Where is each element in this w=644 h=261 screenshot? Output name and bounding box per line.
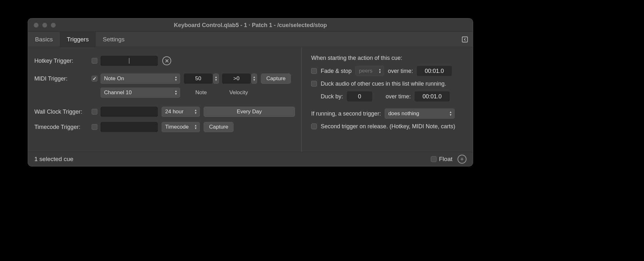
midi-capture-button[interactable]: Capture: [261, 74, 291, 84]
tab-triggers[interactable]: Triggers: [60, 32, 96, 47]
chevron-updown-icon: ▲▼: [173, 75, 178, 82]
midi-type-select[interactable]: Note On ▲▼: [101, 74, 180, 84]
fade-stop-target-value: peers: [359, 68, 373, 74]
midi-velocity-value: >0: [233, 75, 239, 82]
hotkey-trigger-label: Hotkey Trigger:: [34, 58, 88, 64]
wall-clock-input[interactable]: [101, 107, 158, 117]
traffic-lights: [34, 23, 56, 27]
float-checkbox[interactable]: [431, 156, 437, 162]
midi-type-value: Note On: [104, 75, 124, 82]
svg-rect-0: [462, 37, 468, 42]
duck-over-time-label: over time:: [386, 93, 411, 100]
status-bar: 1 selected cue Float: [28, 152, 473, 166]
midi-velocity-input[interactable]: >0: [222, 74, 251, 84]
fade-over-time-label: over time:: [388, 68, 413, 74]
close-window-button[interactable]: [34, 23, 38, 27]
wall-clock-format-value: 24 hour: [165, 109, 184, 115]
chevron-updown-icon: ▲▼: [377, 67, 382, 74]
fade-stop-target-select[interactable]: peers ▲▼: [355, 66, 384, 76]
add-inspector-button[interactable]: [458, 155, 466, 164]
duck-over-time-value: 00:01.0: [423, 93, 442, 100]
midi-trigger-label: MIDI Trigger:: [34, 75, 88, 82]
second-trigger-release-label: Second trigger on release. (Hotkey, MIDI…: [321, 123, 455, 130]
selected-cue-count: 1 selected cue: [34, 156, 74, 163]
plus-icon: [459, 157, 465, 162]
duck-by-label: Duck by:: [321, 93, 343, 100]
midi-channel-value: Channel 10: [104, 89, 132, 96]
timecode-input[interactable]: [101, 122, 158, 132]
content-area: Hotkey Trigger: ✕ MIDI Trigger: Note On …: [28, 47, 473, 152]
clear-hotkey-button[interactable]: ✕: [162, 56, 171, 65]
zoom-window-button[interactable]: [51, 23, 56, 27]
chevron-updown-icon: ▲▼: [193, 123, 198, 130]
tab-bar: Basics Triggers Settings: [28, 32, 473, 47]
midi-note-input[interactable]: 50: [184, 74, 213, 84]
wall-clock-format-select[interactable]: 24 hour ▲▼: [162, 107, 200, 117]
duck-audio-label: Duck audio of other cues in this list wh…: [321, 81, 446, 87]
midi-note-value: 50: [195, 75, 201, 82]
wall-clock-checkbox[interactable]: [92, 109, 97, 115]
minimize-window-button[interactable]: [42, 23, 47, 27]
duck-by-value: 0: [358, 93, 361, 100]
second-trigger-label: If running, a second trigger:: [311, 110, 381, 117]
collapse-inspector-icon[interactable]: [461, 36, 468, 43]
fade-over-time-input[interactable]: 00:01.0: [417, 66, 452, 76]
second-trigger-select[interactable]: does nothing ▲▼: [385, 109, 455, 119]
timecode-trigger-label: Timecode Trigger:: [34, 124, 88, 130]
float-label: Float: [439, 156, 452, 163]
second-trigger-release-checkbox[interactable]: [311, 123, 317, 129]
midi-velocity-stepper[interactable]: ▲▼: [251, 74, 257, 84]
duck-over-time-input[interactable]: 00:01.0: [415, 91, 450, 102]
midi-channel-select[interactable]: Channel 10 ▲▼: [101, 88, 180, 98]
second-trigger-value: does nothing: [388, 110, 419, 117]
wall-clock-days-button[interactable]: Every Day: [204, 107, 295, 117]
close-icon: ✕: [165, 58, 169, 64]
timecode-checkbox[interactable]: [92, 124, 97, 130]
timecode-format-select[interactable]: Timecode ▲▼: [162, 122, 200, 132]
fade-over-time-value: 00:01.0: [425, 68, 444, 74]
midi-note-stepper[interactable]: ▲▼: [213, 74, 219, 84]
window-title: Keyboard Control.qlab5 - 1 · Patch 1 - /…: [28, 18, 473, 32]
tab-basics[interactable]: Basics: [28, 32, 60, 47]
action-options-panel: When starting the action of this cue: Fa…: [302, 47, 473, 152]
chevron-updown-icon: ▲▼: [448, 110, 453, 117]
timecode-format-value: Timecode: [165, 124, 189, 130]
timecode-capture-button[interactable]: Capture: [204, 122, 234, 132]
chevron-updown-icon: ▲▼: [193, 108, 198, 115]
tab-settings[interactable]: Settings: [96, 32, 132, 47]
midi-velocity-column-label: Velocity: [221, 89, 256, 96]
wall-clock-trigger-label: Wall Clock Trigger:: [34, 109, 88, 115]
fade-stop-label: Fade & stop: [321, 68, 352, 74]
duck-audio-checkbox[interactable]: [311, 81, 317, 87]
fade-stop-checkbox[interactable]: [311, 68, 317, 74]
titlebar: Keyboard Control.qlab5 - 1 · Patch 1 - /…: [28, 18, 473, 32]
duck-by-input[interactable]: 0: [347, 91, 372, 102]
midi-trigger-checkbox[interactable]: [92, 76, 97, 81]
midi-note-column-label: Note: [184, 89, 218, 96]
action-header-label: When starting the action of this cue:: [311, 55, 465, 61]
chevron-updown-icon: ▲▼: [173, 89, 178, 96]
text-cursor-icon: [129, 58, 130, 64]
inspector-window: Keyboard Control.qlab5 - 1 · Patch 1 - /…: [28, 18, 473, 166]
hotkey-trigger-checkbox[interactable]: [92, 58, 97, 64]
triggers-panel: Hotkey Trigger: ✕ MIDI Trigger: Note On …: [28, 47, 302, 152]
hotkey-trigger-input[interactable]: [101, 56, 158, 66]
